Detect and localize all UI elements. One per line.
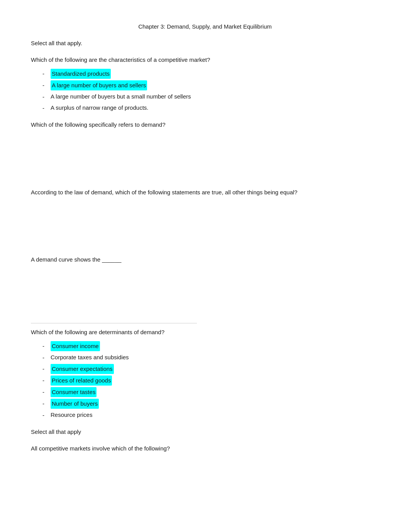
q1-item-3: A large number of buyers but a small num… — [51, 92, 191, 101]
page-title: Chapter 3: Demand, Supply, and Market Eq… — [31, 23, 379, 30]
list-dash: - — [42, 410, 44, 420]
list-item: - Resource prices — [42, 410, 379, 420]
q1-item-2: A large number of buyers and sellers — [51, 80, 147, 90]
q5-item-6: Number of buyers — [51, 399, 99, 409]
list-dash: - — [42, 80, 44, 90]
question-6: All competitive markets involve which of… — [31, 444, 379, 453]
divider-line — [31, 323, 197, 323]
q1-list: - Standardized products - A large number… — [31, 69, 379, 113]
list-dash: - — [42, 341, 44, 351]
list-item: - Consumer expectations — [42, 364, 379, 374]
question-2: Which of the following specifically refe… — [31, 121, 379, 129]
q5-list: - Consumer income - Corporate taxes and … — [31, 341, 379, 420]
list-item: - A large number of buyers and sellers — [42, 80, 379, 90]
list-dash: - — [42, 399, 44, 408]
q5-item-1: Consumer income — [51, 341, 100, 351]
q5-item-2: Corporate taxes and subsidies — [51, 353, 129, 362]
list-item: - Consumer tastes — [42, 387, 379, 397]
instruction-2: Select all that apply — [31, 428, 379, 437]
list-item: - Standardized products — [42, 69, 379, 79]
list-item: - A surplus of narrow range of products. — [42, 103, 379, 113]
list-dash: - — [42, 364, 44, 374]
q5-item-7: Resource prices — [51, 410, 92, 420]
question-3: According to the law of demand, which of… — [31, 188, 379, 197]
list-dash: - — [42, 103, 44, 113]
answer-space-q2 — [31, 134, 379, 180]
list-item: - Number of buyers — [42, 399, 379, 409]
question-5: Which of the following are determinants … — [31, 328, 379, 337]
list-dash: - — [42, 376, 44, 385]
answer-space-q4 — [31, 269, 379, 315]
list-dash: - — [42, 69, 44, 78]
q5-item-4: Prices of related goods — [51, 376, 112, 386]
q1-item-4: A surplus of narrow range of products. — [51, 103, 148, 112]
q1-item-1: Standardized products — [51, 69, 111, 79]
list-dash: - — [42, 353, 44, 362]
list-item: - Corporate taxes and subsidies — [42, 353, 379, 362]
answer-space-q3 — [31, 201, 379, 248]
list-item: - A large number of buyers but a small n… — [42, 92, 379, 102]
q5-item-3: Consumer expectations — [51, 364, 114, 374]
list-item: - Prices of related goods — [42, 376, 379, 386]
question-1: Which of the following are the character… — [31, 56, 379, 65]
list-item: - Consumer income — [42, 341, 379, 351]
list-dash: - — [42, 387, 44, 397]
q5-item-5: Consumer tastes — [51, 387, 97, 397]
instruction-1: Select all that apply. — [31, 39, 379, 48]
list-dash: - — [42, 92, 44, 102]
question-4: A demand curve shows the ______ — [31, 255, 379, 264]
